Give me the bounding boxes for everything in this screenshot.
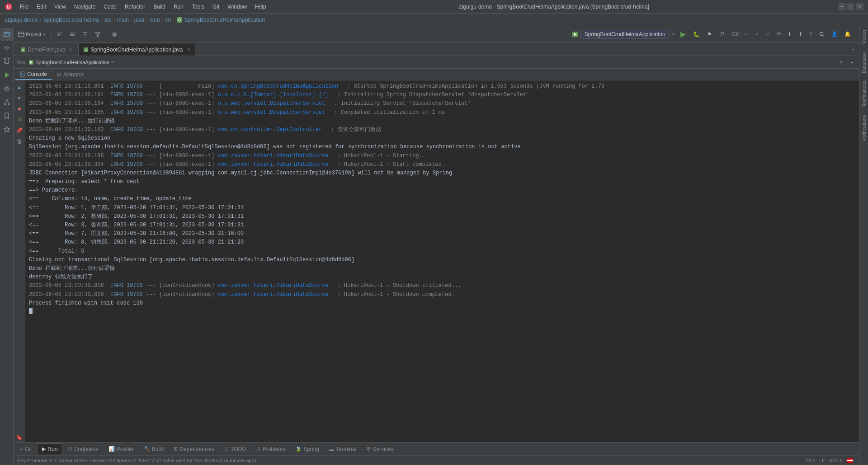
breadcrumb-project[interactable]: atguigu-demo [5,17,38,23]
bottom-tab-terminal[interactable]: ▬Terminal [325,443,361,455]
tab-label: TODO [231,446,246,452]
title-bar: IJ File Edit View Navigate Code Refactor… [0,0,868,14]
git-check2-button[interactable]: ✓ [752,28,762,40]
sidebar-icon-structure[interactable] [0,96,13,108]
settings-button[interactable] [108,28,120,40]
console-line: 2023-06-05 23:01:30.165 INFO 19700 --- [… [29,108,855,117]
line-ending[interactable]: LF [819,458,825,463]
git-update-button[interactable]: ⬇ [785,28,794,40]
menu-window[interactable]: Window [224,3,250,11]
menu-help[interactable]: Help [251,3,270,11]
git-check3-button[interactable]: ✓ [763,28,773,40]
collapse-all-button[interactable] [54,28,66,40]
menu-view[interactable]: View [51,3,70,11]
scroll-up-button[interactable]: ▲ [14,82,24,92]
breadcrumb-com[interactable]: com [150,17,160,23]
git-push-button[interactable]: ⬆ [796,28,805,40]
run-settings-button[interactable] [835,56,846,68]
menu-edit[interactable]: Edit [33,3,50,11]
bottom-tab-git[interactable]: ⑂Git [15,443,36,455]
maximize-button[interactable]: □ [847,3,854,10]
bottom-tab-problems[interactable]: ⚠Problems [252,443,290,455]
close-tab-demofilter[interactable]: ✕ [69,47,72,52]
sidebar-icon-bookmarks[interactable] [0,109,13,122]
sidebar-icon-run[interactable] [0,69,13,81]
menu-code[interactable]: Code [100,3,120,11]
console-left-tools: ▲ ▼ ■ ↺ 📌 🗑 🔖 [14,80,25,442]
bottom-tab-services[interactable]: ⚙Services [362,443,398,455]
menu-tools[interactable]: Tools [188,3,208,11]
console-line: <== Row: 7, 语文部, 2023-05-30 21:16:00, 20… [29,230,855,238]
bottom-tab-spring[interactable]: 🍃Spring [291,443,324,455]
minimize-button[interactable]: − [838,3,845,10]
search-button[interactable] [816,28,827,40]
breadcrumb-cn[interactable]: cn [165,17,171,23]
close-tab-springbootcrud[interactable]: ✕ [187,47,190,52]
run-config-close-icon[interactable]: ✕ [111,60,114,65]
menu-refactor[interactable]: Refactor [121,3,149,11]
svg-marker-17 [4,127,9,132]
debug-button[interactable]: 🐛 [690,28,703,40]
console-output[interactable]: 2023-06-05 23:01:19.801 INFO 19700 --- [… [25,80,859,442]
sort-button[interactable] [79,28,91,40]
menu-navigate[interactable]: Navigate [71,3,99,11]
close-button[interactable]: ✕ [856,3,863,10]
breadcrumb-module[interactable]: SpringBoot-crud-heima [43,17,99,23]
run-config-chevron-icon [671,32,676,37]
rerun-button[interactable]: ↺ [14,115,24,125]
breadcrumb-main[interactable]: main [117,17,129,23]
sidebar-icon-vcs[interactable] [0,55,13,68]
far-right-panels: Maven Database Notifications Verificatio… [859,26,868,465]
bottom-tab-endpoints[interactable]: ⬡Endpoints [63,443,103,455]
maven-panel[interactable]: Maven [860,26,868,48]
menu-build[interactable]: Build [150,3,169,11]
breadcrumb-src[interactable]: src [104,17,112,23]
bottom-tab-build[interactable]: 🔨Build [139,443,169,455]
breadcrumb-java[interactable]: java [134,17,144,23]
expand-all-button[interactable] [66,28,78,40]
coverage-button[interactable]: ⚑ [704,28,715,40]
sidebar-icon-favorites[interactable] [0,123,13,136]
tab-springbootcrud[interactable]: J SpringBootCrudHeimaApplication.java ✕ [78,43,195,56]
pin-button[interactable]: 📌 [14,126,24,136]
verifications-panel[interactable]: Verifications [860,111,868,145]
encoding-info[interactable]: UTF-8 [829,458,843,463]
console-line: 2023-06-05 23:01:30.304 INFO 19700 --- [… [29,160,855,169]
sidebar-icon-commit[interactable] [0,42,13,54]
window-title: atguigu-demo - SpringBootCrudHeimaApplic… [270,4,838,10]
database-panel[interactable]: Database [860,48,868,77]
clear-button[interactable]: 🗑 [14,136,24,146]
scroll-down-button[interactable]: ▼ [14,93,24,103]
menu-git[interactable]: Git [209,3,223,11]
git-translate-button[interactable]: T [807,28,815,40]
bottom-tab-run[interactable]: ▶Run [37,443,62,455]
bookmark-console-button[interactable]: 🔖 [14,432,24,442]
run-button[interactable]: ▶ [678,28,689,40]
user-button[interactable]: 👤 [829,28,840,40]
console-tab-console[interactable]: Console [15,69,52,80]
run-restore-button[interactable]: − [848,56,856,68]
git-check1-button[interactable]: ✓ [741,28,751,40]
bottom-tab-dependencies[interactable]: ⊞Dependencies [169,443,219,455]
sidebar-icon-project[interactable] [0,28,13,41]
tab-demofilter[interactable]: J DemoFilter.java ✕ [15,43,77,56]
git-history-button[interactable]: ⟳ [774,28,783,40]
stop-button[interactable]: ■ [14,104,24,114]
run-config-name[interactable]: SpringBootCrudHeimaApplication [580,30,670,39]
tab-label: Build [152,446,164,452]
breadcrumb-class[interactable]: C SpringBootCrudHeimaApplication [176,17,265,23]
menu-run[interactable]: Run [170,3,187,11]
filter-button[interactable] [92,28,104,40]
bottom-tab-todo[interactable]: ☑TODO [220,443,250,455]
notification-button[interactable]: 🔔 [842,28,854,40]
tab-overflow-button[interactable]: ≡ [849,44,857,56]
menu-file[interactable]: File [16,3,32,11]
bottom-tab-profiler[interactable]: 📊Profiler [104,443,138,455]
console-line: 2023-06-05 23:03:30.029 INFO 19700 --- [… [29,291,855,299]
notifications-panel[interactable]: Notifications [860,77,868,111]
profile-button[interactable]: ⏱ [717,28,727,40]
tab-label: Endpoints [74,446,98,452]
sidebar-icon-settings[interactable] [0,82,13,95]
console-tab-actuator[interactable]: Actuator [52,69,88,80]
project-view-button[interactable]: Project [15,28,49,40]
